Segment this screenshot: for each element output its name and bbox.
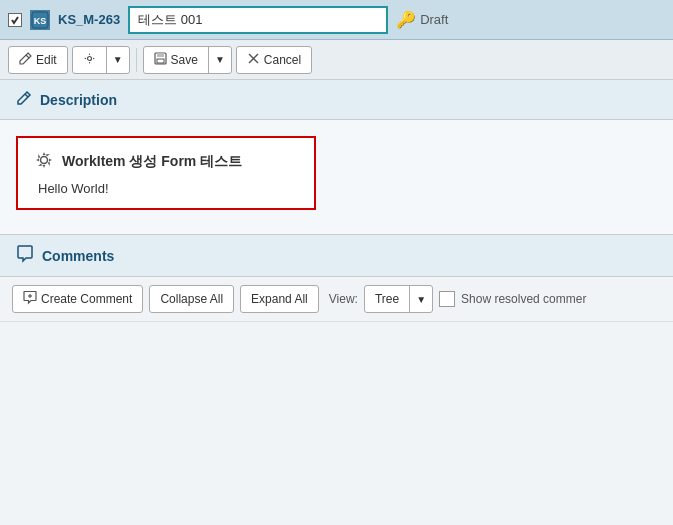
- description-pencil-icon: [16, 90, 32, 109]
- item-id: KS_M-263: [58, 12, 120, 27]
- comments-toolbar: Create Comment Collapse All Expand All V…: [0, 277, 673, 322]
- key-icon: 🔑: [396, 10, 416, 29]
- svg-line-2: [26, 55, 29, 58]
- status-badge: Draft: [420, 12, 448, 27]
- description-content: WorkItem 생성 Form 테스트 Hello World!: [0, 120, 673, 234]
- svg-point-10: [41, 157, 48, 164]
- collapse-all-button[interactable]: Collapse All: [149, 285, 234, 313]
- status-area: 🔑 Draft: [396, 10, 448, 29]
- cancel-button[interactable]: Cancel: [236, 46, 312, 74]
- comment-bubble-icon: [16, 245, 34, 266]
- show-resolved-label: Show resolved commer: [461, 292, 586, 306]
- edit-icon: [19, 52, 32, 68]
- cancel-icon: [247, 52, 260, 68]
- toolbar-separator-1: [136, 48, 137, 72]
- view-selected: Tree: [365, 286, 410, 312]
- create-comment-label: Create Comment: [41, 292, 132, 306]
- save-icon: [154, 52, 167, 68]
- settings-arrow[interactable]: ▼: [107, 47, 129, 73]
- svg-point-3: [87, 56, 91, 60]
- description-title: Description: [40, 92, 117, 108]
- comments-title: Comments: [42, 248, 114, 264]
- workitem-header: WorkItem 생성 Form 테스트: [34, 150, 298, 173]
- workitem-gear-icon: [34, 150, 54, 173]
- item-type-icon: KS: [30, 10, 50, 30]
- workitem-box: WorkItem 생성 Form 테스트 Hello World!: [16, 136, 316, 210]
- show-resolved-area: Show resolved commer: [439, 291, 586, 307]
- cancel-label: Cancel: [264, 53, 301, 67]
- show-resolved-checkbox[interactable]: [439, 291, 455, 307]
- svg-rect-5: [157, 53, 164, 57]
- settings-button[interactable]: ▼: [72, 46, 130, 74]
- save-label: Save: [171, 53, 198, 67]
- view-dropdown-arrow[interactable]: ▼: [410, 286, 432, 312]
- edit-label: Edit: [36, 53, 57, 67]
- top-bar: KS KS_M-263 🔑 Draft: [0, 0, 673, 40]
- edit-button[interactable]: Edit: [8, 46, 68, 74]
- workitem-title: WorkItem 생성 Form 테스트: [62, 153, 242, 171]
- create-comment-button[interactable]: Create Comment: [12, 285, 143, 313]
- expand-all-label: Expand All: [251, 292, 308, 306]
- svg-rect-6: [157, 59, 164, 63]
- comments-section-header: Comments: [0, 234, 673, 277]
- collapse-all-label: Collapse All: [160, 292, 223, 306]
- svg-line-9: [25, 94, 28, 97]
- view-label: View:: [329, 292, 358, 306]
- save-main[interactable]: Save: [144, 47, 209, 73]
- item-checkbox[interactable]: [8, 13, 22, 27]
- svg-text:KS: KS: [34, 16, 47, 26]
- save-button[interactable]: Save ▼: [143, 46, 232, 74]
- create-comment-icon: [23, 291, 37, 308]
- gear-icon: [83, 52, 96, 68]
- settings-main[interactable]: [73, 47, 107, 73]
- title-input[interactable]: [128, 6, 388, 34]
- expand-all-button[interactable]: Expand All: [240, 285, 319, 313]
- workitem-body: Hello World!: [34, 181, 298, 196]
- view-dropdown[interactable]: Tree ▼: [364, 285, 433, 313]
- main-content: Description: [0, 80, 673, 322]
- toolbar: Edit ▼ Save ▼: [0, 40, 673, 80]
- save-arrow[interactable]: ▼: [209, 47, 231, 73]
- description-section-header: Description: [0, 80, 673, 120]
